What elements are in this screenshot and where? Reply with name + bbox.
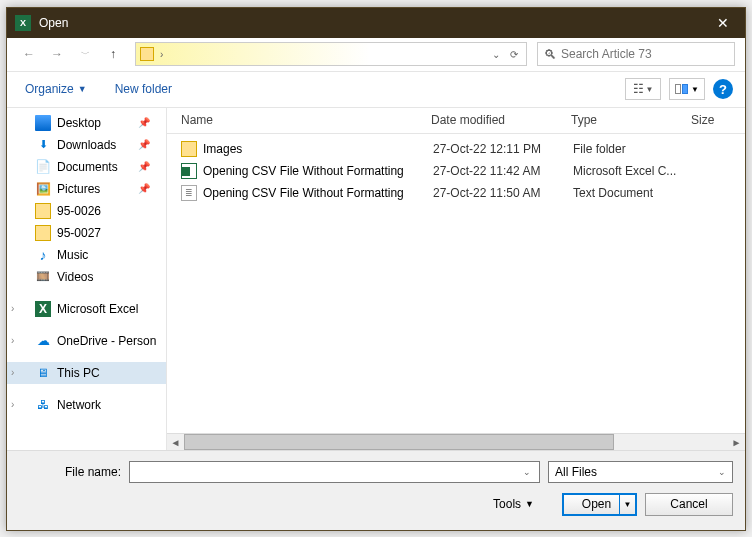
sidebar-item-music[interactable]: Music	[7, 244, 166, 266]
scroll-right-button[interactable]: ►	[728, 434, 745, 450]
search-box[interactable]: 🔍︎	[537, 42, 735, 66]
sidebar-item-label: Downloads	[57, 138, 116, 152]
scroll-thumb[interactable]	[184, 434, 614, 450]
recent-locations-button[interactable]: ﹀	[73, 42, 97, 66]
onedrive-icon	[35, 333, 51, 349]
pin-icon: 📌	[138, 161, 150, 172]
sidebar-item-pictures[interactable]: Pictures📌	[7, 178, 166, 200]
sidebar-item-label: 95-0026	[57, 204, 101, 218]
desktop-icon	[35, 115, 51, 131]
net-icon	[35, 397, 51, 413]
scroll-left-button[interactable]: ◄	[167, 434, 184, 450]
sidebar-item-downloads[interactable]: Downloads📌	[7, 134, 166, 156]
sidebar-item-label: Videos	[57, 270, 93, 284]
excel-icon	[181, 163, 197, 179]
sidebar-item-onedrive-person[interactable]: ›OneDrive - Person	[7, 330, 166, 352]
search-input[interactable]	[561, 47, 728, 61]
preview-pane-button[interactable]: ▼	[669, 78, 705, 100]
folder-icon	[140, 47, 154, 61]
file-type: Microsoft Excel C...	[573, 164, 693, 178]
file-type: Text Document	[573, 186, 693, 200]
scroll-track[interactable]	[184, 434, 728, 450]
help-button[interactable]: ?	[713, 79, 733, 99]
tools-button[interactable]: Tools▼	[493, 497, 534, 511]
titlebar: X Open ✕	[7, 8, 745, 38]
window-title: Open	[39, 16, 700, 30]
file-name: Opening CSV File Without Formatting	[203, 186, 433, 200]
filename-dropdown-button[interactable]: ⌄	[519, 467, 535, 477]
view-icon: ☷	[633, 82, 644, 96]
cancel-button[interactable]: Cancel	[645, 493, 733, 516]
filetype-label: All Files	[555, 465, 718, 479]
music-icon	[35, 247, 51, 263]
folder-icon	[35, 203, 51, 219]
sidebar-item-label: 95-0027	[57, 226, 101, 240]
open-dropdown-button[interactable]: ▼	[619, 495, 635, 514]
open-dialog: X Open ✕ ← → ﹀ ↑ › ⌄ ⟳ 🔍︎ Organize▼ New …	[6, 7, 746, 531]
open-button[interactable]: Open ▼	[562, 493, 637, 516]
refresh-button[interactable]: ⟳	[506, 49, 522, 60]
file-row[interactable]: Opening CSV File Without Formatting 27-O…	[167, 182, 745, 204]
address-bar[interactable]: › ⌄ ⟳	[135, 42, 527, 66]
sidebar-item-desktop[interactable]: Desktop📌	[7, 112, 166, 134]
pin-icon: 📌	[138, 117, 150, 128]
file-row[interactable]: Images 27-Oct-22 12:11 PM File folder	[167, 138, 745, 160]
file-list: Images 27-Oct-22 12:11 PM File folder Op…	[167, 134, 745, 433]
expand-icon[interactable]: ›	[11, 399, 14, 410]
filetype-filter[interactable]: All Files ⌄	[548, 461, 733, 483]
close-button[interactable]: ✕	[700, 8, 745, 38]
folder-icon	[35, 225, 51, 241]
filename-combobox[interactable]: ⌄	[129, 461, 540, 483]
back-button[interactable]: ←	[17, 42, 41, 66]
expand-icon[interactable]: ›	[11, 303, 14, 314]
organize-button[interactable]: Organize▼	[19, 78, 93, 100]
doc-icon	[35, 159, 51, 175]
pane-icon	[682, 84, 688, 94]
navigation-pane: Desktop📌Downloads📌Documents📌Pictures📌95-…	[7, 108, 167, 450]
sidebar-item-network[interactable]: ›Network	[7, 394, 166, 416]
file-date: 27-Oct-22 12:11 PM	[433, 142, 573, 156]
file-row[interactable]: Opening CSV File Without Formatting 27-O…	[167, 160, 745, 182]
dl-icon	[35, 137, 51, 153]
folder-icon	[181, 141, 197, 157]
column-header-date[interactable]: Date modified	[431, 113, 571, 127]
file-name: Images	[203, 142, 433, 156]
chevron-right-icon: ›	[160, 49, 163, 60]
command-bar: Organize▼ New folder ☷▼ ▼ ?	[7, 72, 745, 108]
sidebar-item-95-0027[interactable]: 95-0027	[7, 222, 166, 244]
pc-icon	[35, 365, 51, 381]
sidebar-item-95-0026[interactable]: 95-0026	[7, 200, 166, 222]
video-icon	[35, 269, 51, 285]
expand-icon[interactable]: ›	[11, 367, 14, 378]
chevron-down-icon: ▼	[646, 85, 654, 94]
address-dropdown-button[interactable]: ⌄	[488, 49, 504, 60]
sidebar-item-label: OneDrive - Person	[57, 334, 156, 348]
forward-button[interactable]: →	[45, 42, 69, 66]
pane-icon	[675, 84, 681, 94]
sidebar-item-label: Documents	[57, 160, 118, 174]
new-folder-button[interactable]: New folder	[115, 82, 172, 96]
sidebar-item-this-pc[interactable]: ›This PC	[7, 362, 166, 384]
sidebar-item-documents[interactable]: Documents📌	[7, 156, 166, 178]
column-headers: Name Date modified Type Size	[167, 108, 745, 134]
file-date: 27-Oct-22 11:42 AM	[433, 164, 573, 178]
file-type: File folder	[573, 142, 693, 156]
horizontal-scrollbar[interactable]: ◄ ►	[167, 433, 745, 450]
file-name: Opening CSV File Without Formatting	[203, 164, 433, 178]
view-options-button[interactable]: ☷▼	[625, 78, 661, 100]
filename-input[interactable]	[134, 465, 519, 479]
sidebar-item-label: Desktop	[57, 116, 101, 130]
excel-icon: X	[35, 301, 51, 317]
sidebar-item-microsoft-excel[interactable]: ›XMicrosoft Excel	[7, 298, 166, 320]
sidebar-item-videos[interactable]: Videos	[7, 266, 166, 288]
up-button[interactable]: ↑	[101, 42, 125, 66]
column-header-size[interactable]: Size	[691, 113, 731, 127]
chevron-down-icon: ▼	[78, 84, 87, 94]
pin-icon: 📌	[138, 183, 150, 194]
column-header-name[interactable]: Name	[181, 113, 431, 127]
expand-icon[interactable]: ›	[11, 335, 14, 346]
column-header-type[interactable]: Type	[571, 113, 691, 127]
chevron-down-icon: ▼	[691, 85, 699, 94]
txt-icon	[181, 185, 197, 201]
file-date: 27-Oct-22 11:50 AM	[433, 186, 573, 200]
